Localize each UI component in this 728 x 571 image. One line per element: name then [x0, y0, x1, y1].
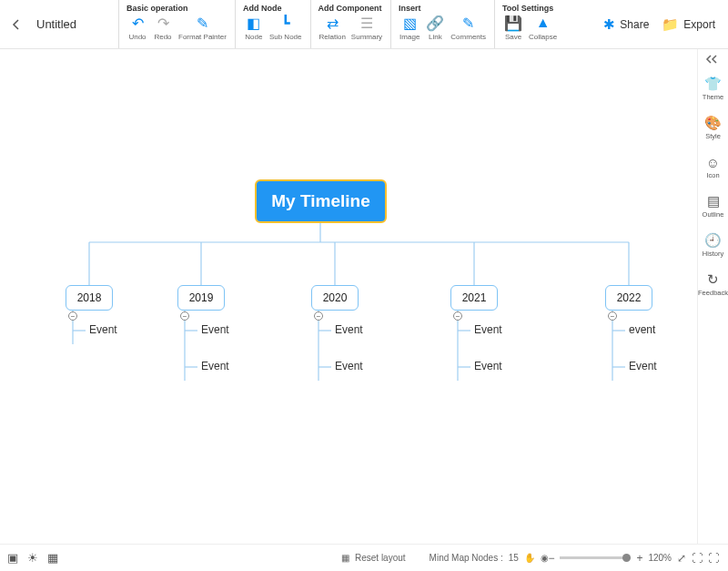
group-title-tool: Tool Settings — [500, 4, 560, 13]
share-button[interactable]: ✱Share — [603, 16, 649, 33]
year-node[interactable]: 2019 — [177, 285, 225, 311]
side-feedback[interactable]: ↻Feedback — [698, 265, 728, 304]
collapse-button[interactable]: ▲Collapse — [526, 15, 560, 41]
collapse-toggle[interactable]: − — [453, 311, 462, 321]
year-node[interactable]: 2021 — [450, 285, 498, 311]
image-button[interactable]: ▧Image — [397, 15, 422, 41]
side-theme[interactable]: 👕Theme — [698, 69, 728, 108]
zoom-out-button[interactable]: − — [548, 552, 554, 565]
nodes-count: 15 — [509, 553, 519, 563]
back-button[interactable] — [7, 15, 25, 34]
event-node[interactable]: Event — [335, 360, 363, 372]
expand-icon[interactable]: ⛶ — [708, 552, 719, 565]
redo-button[interactable]: ↷Redo — [150, 15, 176, 41]
export-button[interactable]: 📁Export — [662, 16, 715, 33]
event-node[interactable]: Event — [89, 323, 117, 336]
sidebar-collapse-button[interactable] — [698, 49, 728, 69]
save-button[interactable]: 💾Save — [500, 15, 526, 41]
side-style[interactable]: 🎨Style — [698, 108, 728, 148]
zoom-in-button[interactable]: + — [636, 552, 642, 565]
year-node[interactable]: 2018 — [66, 285, 113, 311]
comments-button[interactable]: ✎Comments — [448, 15, 489, 41]
collapse-toggle[interactable]: − — [68, 311, 77, 321]
group-title-node: Add Node — [241, 4, 305, 13]
side-history[interactable]: 🕘History — [698, 226, 728, 265]
group-title-component: Add Component — [317, 4, 386, 13]
summary-button[interactable]: ☰Summary — [349, 15, 385, 41]
event-node[interactable]: Event — [474, 360, 502, 372]
year-node[interactable]: 2020 — [311, 285, 359, 311]
side-outline[interactable]: ▤Outline — [698, 187, 728, 226]
link-button[interactable]: 🔗Link — [422, 15, 448, 41]
collapse-toggle[interactable]: − — [314, 311, 323, 321]
zoom-level: 120% — [648, 553, 672, 563]
year-node[interactable]: 2022 — [605, 285, 652, 311]
status-layers-icon[interactable]: ▣ — [7, 551, 18, 565]
collapse-toggle[interactable]: − — [180, 311, 189, 321]
eye-icon[interactable]: ◉ — [541, 553, 549, 563]
status-bar: ▣ ☀ ▦ ▦ Reset layout Mind Map Nodes : 15… — [0, 544, 728, 571]
collapse-toggle[interactable]: − — [608, 311, 617, 321]
event-node[interactable]: Event — [629, 360, 657, 372]
reset-layout-icon[interactable]: ▦ — [341, 553, 349, 563]
group-title-insert: Insert — [397, 4, 489, 13]
canvas[interactable]: My Timeline 2018−Event2019−EventEvent202… — [0, 49, 697, 544]
side-panel: 👕Theme 🎨Style ☺Icon ▤Outline 🕘History ↻F… — [697, 49, 728, 544]
reset-layout-label[interactable]: Reset layout — [355, 553, 406, 563]
event-node[interactable]: event — [629, 323, 655, 336]
fit-icon[interactable]: ⤢ — [677, 552, 686, 565]
status-brightness-icon[interactable]: ☀ — [27, 551, 38, 565]
top-toolbar: Untitled Basic operation ↶Undo ↷Redo ✎Fo… — [0, 0, 728, 49]
side-icon[interactable]: ☺Icon — [698, 148, 728, 187]
status-map-icon[interactable]: ▦ — [47, 551, 58, 565]
event-node[interactable]: Event — [335, 323, 363, 336]
mindmap-root-node[interactable]: My Timeline — [255, 179, 387, 223]
fullscreen-select-icon[interactable]: ⛶ — [692, 552, 703, 565]
group-title-basic: Basic operation — [125, 4, 229, 13]
event-node[interactable]: Event — [474, 323, 502, 336]
pan-icon[interactable]: ✋ — [524, 553, 535, 563]
undo-button[interactable]: ↶Undo — [125, 15, 150, 41]
relation-button[interactable]: ⇄Relation — [317, 15, 349, 41]
nodes-label: Mind Map Nodes : — [430, 553, 503, 563]
node-button[interactable]: ◧Node — [241, 15, 267, 41]
event-node[interactable]: Event — [201, 323, 229, 336]
subnode-button[interactable]: ┗Sub Node — [267, 15, 305, 41]
format-painter-button[interactable]: ✎Format Painter — [176, 15, 229, 41]
event-node[interactable]: Event — [201, 360, 229, 372]
zoom-slider[interactable] — [560, 556, 631, 559]
document-title[interactable]: Untitled — [36, 17, 76, 31]
